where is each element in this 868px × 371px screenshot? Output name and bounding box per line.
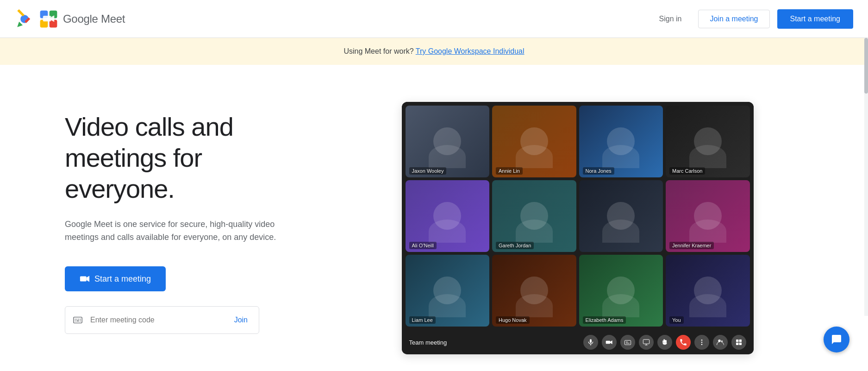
video-cell: Marc Carlson	[666, 106, 750, 177]
participant-name: You	[669, 316, 684, 324]
participants-icon	[717, 339, 724, 346]
svg-point-32	[701, 342, 702, 343]
end-call-icon	[679, 338, 687, 346]
video-camera-icon	[80, 274, 90, 284]
brand: Google Meet	[39, 9, 125, 29]
face-body	[429, 220, 466, 243]
svg-rect-37	[739, 340, 741, 342]
present-icon	[643, 339, 650, 346]
svg-rect-21	[624, 340, 631, 345]
video-cell: Liam Lee	[406, 255, 490, 327]
svg-rect-13	[80, 319, 81, 320]
banner-text: Using Meet for work?	[343, 47, 413, 55]
participant-name: Annie Lin	[496, 167, 523, 175]
video-cell: You	[666, 255, 750, 327]
meeting-label: Team meeting	[409, 339, 447, 346]
meeting-code-input[interactable]	[90, 316, 223, 324]
face-body	[689, 294, 726, 317]
participants-control[interactable]	[713, 335, 728, 350]
app-name-text: Google Meet	[63, 13, 125, 25]
svg-rect-17	[590, 339, 592, 343]
more-icon	[698, 339, 706, 346]
activities-control[interactable]	[731, 335, 746, 350]
activities-icon	[735, 339, 743, 346]
svg-rect-10	[75, 319, 76, 320]
camera-control[interactable]	[602, 335, 617, 350]
video-demo-section: Jaxon WooleyAnnie LinNora JonesMarc Carl…	[343, 93, 812, 354]
scrollbar[interactable]	[864, 38, 868, 316]
svg-rect-5	[43, 16, 51, 21]
participant-name: Jaxon Wooley	[409, 167, 447, 175]
raise-hand-icon	[661, 339, 668, 346]
face-body	[429, 294, 466, 317]
svg-rect-7	[80, 277, 87, 282]
caption-icon	[624, 339, 631, 346]
face-body	[689, 145, 726, 168]
video-cell: Nora Jones	[579, 106, 663, 177]
floating-action-button[interactable]	[824, 327, 849, 352]
end-call-control[interactable]	[676, 335, 691, 350]
google-meet-logo	[15, 9, 34, 29]
video-bottom-bar: Team meeting	[402, 330, 754, 354]
svg-rect-27	[663, 339, 665, 343]
participant-name: Nora Jones	[583, 167, 614, 175]
svg-rect-14	[75, 321, 76, 321]
header-actions: Sign in Join a meeting Start a meeting	[650, 9, 853, 29]
face-body	[689, 220, 726, 243]
start-meeting-main-label: Start a meeting	[94, 274, 151, 284]
more-control[interactable]	[694, 335, 709, 350]
join-button[interactable]: Join	[223, 307, 259, 333]
scrollbar-thumb[interactable]	[864, 38, 868, 94]
video-cell	[579, 180, 663, 252]
main-content: Video calls and meetings for everyone. G…	[0, 65, 868, 371]
sign-in-button[interactable]: Sign in	[650, 10, 691, 28]
svg-rect-15	[76, 321, 79, 321]
participant-name: Elizabeth Adams	[583, 316, 626, 324]
svg-marker-8	[87, 276, 89, 282]
meet-icon	[39, 9, 58, 29]
fab-icon	[831, 334, 842, 345]
caption-control[interactable]	[620, 335, 635, 350]
svg-point-31	[701, 340, 702, 341]
hero-title: Video calls and meetings for everyone.	[65, 111, 306, 205]
video-grid: Jaxon WooleyAnnie LinNora JonesMarc Carl…	[402, 102, 754, 330]
svg-rect-24	[643, 340, 649, 344]
start-meeting-header-button[interactable]: Start a meeting	[777, 9, 854, 29]
svg-rect-38	[736, 343, 738, 345]
video-cell: Elizabeth Adams	[579, 255, 663, 327]
video-cell: Jennifer Kraemer	[666, 180, 750, 252]
keyboard-icon-wrap	[65, 315, 90, 325]
workspace-link[interactable]: Try Google Workspace Individual	[416, 47, 525, 55]
svg-rect-12	[78, 319, 79, 320]
svg-rect-28	[665, 340, 666, 343]
svg-rect-9	[74, 317, 82, 323]
face-body	[516, 294, 553, 317]
promo-banner: Using Meet for work? Try Google Workspac…	[0, 38, 868, 65]
face-body	[602, 294, 639, 317]
join-meeting-button[interactable]: Join a meeting	[698, 10, 769, 28]
svg-point-35	[721, 340, 723, 342]
bottom-controls	[583, 335, 746, 350]
svg-rect-11	[76, 319, 77, 320]
video-cell: Hugo Novak	[492, 255, 576, 327]
hero-subtitle: Google Meet is one service for secure, h…	[65, 218, 287, 245]
svg-marker-20	[610, 340, 612, 344]
mic-control[interactable]	[583, 335, 598, 350]
participant-name: Ali O'Neill	[409, 242, 437, 249]
svg-point-33	[701, 344, 702, 345]
participant-name: Liam Lee	[409, 316, 436, 324]
present-control[interactable]	[639, 335, 654, 350]
face-body	[429, 145, 466, 168]
svg-rect-19	[606, 341, 610, 344]
logo-area: Google Meet	[15, 9, 125, 29]
participant-name: Jennifer Kraemer	[669, 242, 714, 249]
hero-section: Video calls and meetings for everyone. G…	[65, 93, 306, 334]
svg-rect-29	[666, 340, 667, 343]
participant-name: Hugo Novak	[496, 316, 530, 324]
participant-name: Gareth Jordan	[496, 242, 534, 249]
svg-rect-39	[739, 343, 741, 345]
raise-hand-control[interactable]	[657, 335, 672, 350]
camera-icon	[606, 339, 613, 346]
video-cell: Annie Lin	[492, 106, 576, 177]
start-meeting-main-button[interactable]: Start a meeting	[65, 266, 166, 291]
